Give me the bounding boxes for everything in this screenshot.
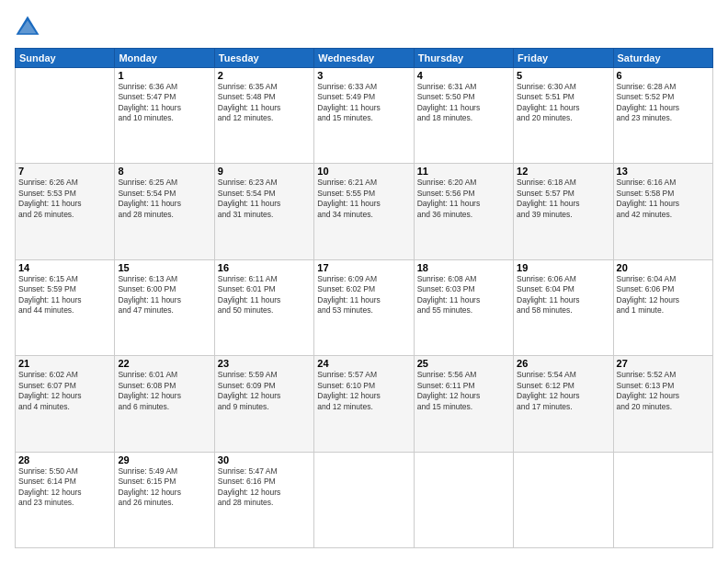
day-number: 20 bbox=[617, 262, 710, 273]
day-number: 22 bbox=[118, 358, 210, 369]
day-number: 13 bbox=[617, 166, 710, 177]
day-info: Sunrise: 6:30 AM Sunset: 5:51 PM Dayligh… bbox=[517, 82, 609, 124]
calendar-cell: 1Sunrise: 6:36 AM Sunset: 5:47 PM Daylig… bbox=[115, 68, 214, 164]
calendar-cell: 26Sunrise: 5:54 AM Sunset: 6:12 PM Dayli… bbox=[514, 356, 613, 452]
day-info: Sunrise: 6:09 AM Sunset: 6:02 PM Dayligh… bbox=[317, 274, 410, 316]
calendar-cell bbox=[414, 452, 513, 547]
day-number: 15 bbox=[118, 262, 210, 273]
day-info: Sunrise: 6:20 AM Sunset: 5:56 PM Dayligh… bbox=[417, 178, 510, 220]
day-number: 4 bbox=[417, 70, 510, 81]
day-info: Sunrise: 6:23 AM Sunset: 5:54 PM Dayligh… bbox=[218, 178, 311, 220]
day-number: 19 bbox=[517, 262, 609, 273]
calendar-cell: 30Sunrise: 5:47 AM Sunset: 6:16 PM Dayli… bbox=[214, 452, 313, 547]
day-info: Sunrise: 6:02 AM Sunset: 6:07 PM Dayligh… bbox=[18, 370, 111, 412]
day-number: 16 bbox=[218, 262, 311, 273]
day-number: 12 bbox=[517, 166, 609, 177]
calendar-cell bbox=[16, 68, 115, 164]
calendar-cell: 11Sunrise: 6:20 AM Sunset: 5:56 PM Dayli… bbox=[414, 164, 513, 259]
calendar-cell bbox=[314, 452, 414, 547]
day-info: Sunrise: 5:54 AM Sunset: 6:12 PM Dayligh… bbox=[517, 370, 609, 412]
day-info: Sunrise: 5:56 AM Sunset: 6:11 PM Dayligh… bbox=[417, 370, 510, 412]
day-number: 9 bbox=[218, 166, 311, 177]
day-info: Sunrise: 5:50 AM Sunset: 6:14 PM Dayligh… bbox=[18, 466, 111, 509]
day-info: Sunrise: 6:08 AM Sunset: 6:03 PM Dayligh… bbox=[417, 274, 510, 316]
day-info: Sunrise: 6:15 AM Sunset: 5:59 PM Dayligh… bbox=[18, 274, 111, 316]
calendar-cell: 5Sunrise: 6:30 AM Sunset: 5:51 PM Daylig… bbox=[514, 68, 613, 164]
day-info: Sunrise: 6:04 AM Sunset: 6:06 PM Dayligh… bbox=[617, 274, 710, 316]
day-info: Sunrise: 6:26 AM Sunset: 5:53 PM Dayligh… bbox=[18, 178, 111, 220]
weekday-header-monday: Monday bbox=[115, 49, 214, 68]
day-number: 14 bbox=[18, 262, 111, 273]
calendar-week-row: 28Sunrise: 5:50 AM Sunset: 6:14 PM Dayli… bbox=[16, 452, 713, 547]
day-info: Sunrise: 6:06 AM Sunset: 6:04 PM Dayligh… bbox=[517, 274, 609, 316]
day-info: Sunrise: 6:25 AM Sunset: 5:54 PM Dayligh… bbox=[118, 178, 210, 220]
day-number: 24 bbox=[317, 358, 410, 369]
calendar-week-row: 21Sunrise: 6:02 AM Sunset: 6:07 PM Dayli… bbox=[16, 356, 713, 452]
calendar-cell: 23Sunrise: 5:59 AM Sunset: 6:09 PM Dayli… bbox=[214, 356, 313, 452]
day-number: 29 bbox=[118, 454, 210, 465]
calendar-cell: 28Sunrise: 5:50 AM Sunset: 6:14 PM Dayli… bbox=[16, 452, 115, 547]
calendar-cell: 8Sunrise: 6:25 AM Sunset: 5:54 PM Daylig… bbox=[115, 164, 214, 259]
calendar-cell: 6Sunrise: 6:28 AM Sunset: 5:52 PM Daylig… bbox=[613, 68, 712, 164]
logo-icon bbox=[15, 15, 40, 40]
day-info: Sunrise: 5:52 AM Sunset: 6:13 PM Dayligh… bbox=[617, 370, 710, 412]
day-number: 2 bbox=[218, 70, 311, 81]
day-number: 10 bbox=[317, 166, 410, 177]
calendar-cell: 25Sunrise: 5:56 AM Sunset: 6:11 PM Dayli… bbox=[414, 356, 513, 452]
calendar-cell: 27Sunrise: 5:52 AM Sunset: 6:13 PM Dayli… bbox=[613, 356, 712, 452]
calendar-cell: 13Sunrise: 6:16 AM Sunset: 5:58 PM Dayli… bbox=[613, 164, 712, 259]
calendar-cell bbox=[613, 452, 712, 547]
calendar-cell: 4Sunrise: 6:31 AM Sunset: 5:50 PM Daylig… bbox=[414, 68, 513, 164]
day-number: 27 bbox=[617, 358, 710, 369]
weekday-header-thursday: Thursday bbox=[414, 49, 513, 68]
day-info: Sunrise: 6:01 AM Sunset: 6:08 PM Dayligh… bbox=[118, 370, 210, 412]
day-number: 8 bbox=[118, 166, 210, 177]
calendar-cell bbox=[514, 452, 613, 547]
day-number: 18 bbox=[417, 262, 510, 273]
day-number: 5 bbox=[517, 70, 609, 81]
calendar-table: SundayMondayTuesdayWednesdayThursdayFrid… bbox=[15, 48, 713, 548]
day-info: Sunrise: 6:16 AM Sunset: 5:58 PM Dayligh… bbox=[617, 178, 710, 220]
day-number: 17 bbox=[317, 262, 410, 273]
day-info: Sunrise: 5:47 AM Sunset: 6:16 PM Dayligh… bbox=[218, 466, 311, 509]
weekday-header-sunday: Sunday bbox=[16, 49, 115, 68]
weekday-header-saturday: Saturday bbox=[613, 49, 712, 68]
calendar-cell: 16Sunrise: 6:11 AM Sunset: 6:01 PM Dayli… bbox=[214, 259, 313, 355]
day-info: Sunrise: 6:33 AM Sunset: 5:49 PM Dayligh… bbox=[317, 82, 410, 124]
day-info: Sunrise: 6:18 AM Sunset: 5:57 PM Dayligh… bbox=[517, 178, 609, 220]
calendar-cell: 2Sunrise: 6:35 AM Sunset: 5:48 PM Daylig… bbox=[214, 68, 313, 164]
day-number: 7 bbox=[18, 166, 111, 177]
calendar-cell: 19Sunrise: 6:06 AM Sunset: 6:04 PM Dayli… bbox=[514, 259, 613, 355]
calendar-week-row: 1Sunrise: 6:36 AM Sunset: 5:47 PM Daylig… bbox=[16, 68, 713, 164]
day-number: 28 bbox=[18, 454, 111, 465]
day-number: 30 bbox=[218, 454, 311, 465]
day-number: 23 bbox=[218, 358, 311, 369]
calendar-cell: 20Sunrise: 6:04 AM Sunset: 6:06 PM Dayli… bbox=[613, 259, 712, 355]
calendar-cell: 9Sunrise: 6:23 AM Sunset: 5:54 PM Daylig… bbox=[214, 164, 313, 259]
day-info: Sunrise: 6:11 AM Sunset: 6:01 PM Dayligh… bbox=[218, 274, 311, 316]
calendar-cell: 18Sunrise: 6:08 AM Sunset: 6:03 PM Dayli… bbox=[414, 259, 513, 355]
day-info: Sunrise: 6:28 AM Sunset: 5:52 PM Dayligh… bbox=[617, 82, 710, 124]
calendar-header-row: SundayMondayTuesdayWednesdayThursdayFrid… bbox=[16, 49, 713, 68]
calendar-cell: 3Sunrise: 6:33 AM Sunset: 5:49 PM Daylig… bbox=[314, 68, 414, 164]
day-number: 3 bbox=[317, 70, 410, 81]
calendar-cell: 7Sunrise: 6:26 AM Sunset: 5:53 PM Daylig… bbox=[16, 164, 115, 259]
day-number: 1 bbox=[118, 70, 210, 81]
calendar-cell: 10Sunrise: 6:21 AM Sunset: 5:55 PM Dayli… bbox=[314, 164, 414, 259]
day-number: 6 bbox=[617, 70, 710, 81]
day-info: Sunrise: 6:13 AM Sunset: 6:00 PM Dayligh… bbox=[118, 274, 210, 316]
weekday-header-tuesday: Tuesday bbox=[214, 49, 313, 68]
calendar-cell: 15Sunrise: 6:13 AM Sunset: 6:00 PM Dayli… bbox=[115, 259, 214, 355]
day-info: Sunrise: 6:35 AM Sunset: 5:48 PM Dayligh… bbox=[218, 82, 311, 124]
logo bbox=[15, 15, 44, 40]
day-number: 25 bbox=[417, 358, 510, 369]
calendar-cell: 21Sunrise: 6:02 AM Sunset: 6:07 PM Dayli… bbox=[16, 356, 115, 452]
calendar-cell: 29Sunrise: 5:49 AM Sunset: 6:15 PM Dayli… bbox=[115, 452, 214, 547]
calendar-cell: 17Sunrise: 6:09 AM Sunset: 6:02 PM Dayli… bbox=[314, 259, 414, 355]
day-info: Sunrise: 5:57 AM Sunset: 6:10 PM Dayligh… bbox=[317, 370, 410, 412]
calendar-cell: 14Sunrise: 6:15 AM Sunset: 5:59 PM Dayli… bbox=[16, 259, 115, 355]
page: SundayMondayTuesdayWednesdayThursdayFrid… bbox=[0, 0, 728, 563]
header bbox=[15, 15, 713, 40]
day-info: Sunrise: 6:36 AM Sunset: 5:47 PM Dayligh… bbox=[118, 82, 210, 124]
weekday-header-friday: Friday bbox=[514, 49, 613, 68]
